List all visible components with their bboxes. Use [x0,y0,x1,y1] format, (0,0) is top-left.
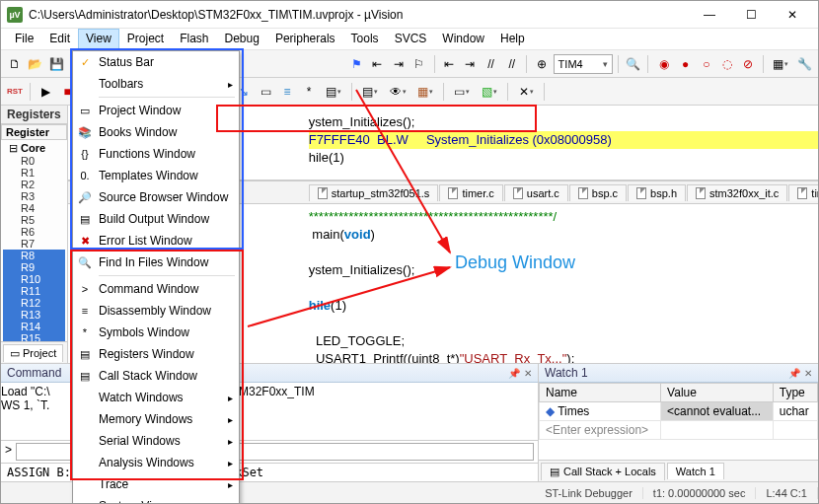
menu-flash[interactable]: Flash [172,29,216,49]
file-tab[interactable]: bsp.c [569,184,627,201]
register-r15[interactable]: R15 [3,332,65,341]
comment-icon[interactable]: // [482,54,500,74]
file-tab[interactable]: startup_stm32f051.s [309,184,439,201]
dd-disassembly-window[interactable]: ≡Disassembly Window [73,300,239,322]
symbols-window-icon[interactable]: * [299,82,319,102]
register-r13[interactable]: R13 [3,309,65,321]
uncomment-icon[interactable]: // [502,54,521,74]
dd-source-browser-window[interactable]: 🔎Source Browser Window [73,186,239,208]
breakpoint-disable-icon[interactable]: ◌ [717,54,736,74]
register-r6[interactable]: R6 [3,226,65,238]
tab-call-stack-locals[interactable]: ▤Call Stack + Locals [541,463,665,480]
indent-left-icon[interactable]: ⇤ [439,54,458,74]
dd-watch-windows[interactable]: Watch Windows▸ [73,387,239,408]
register-r10[interactable]: R10 [3,273,65,285]
register-r0[interactable]: R0 [3,155,65,167]
memory-window-icon[interactable]: ▦ [412,82,438,102]
menu-project[interactable]: Project [119,29,172,49]
indent-right-icon[interactable]: ⇥ [461,54,480,74]
register-r4[interactable]: R4 [3,202,65,214]
file-tab[interactable]: timer.c [439,184,502,201]
dd-serial-windows[interactable]: Serial Windows▸ [73,430,239,452]
register-node-core[interactable]: ⊟ Core [3,142,65,155]
run-icon[interactable]: ▶ [36,82,55,102]
register-r11[interactable]: R11 [3,285,65,297]
project-tab[interactable]: ▭Project [3,344,63,362]
menu-window[interactable]: Window [434,29,492,49]
bookmark-clear-icon[interactable]: ⚐ [410,54,428,74]
register-tree[interactable]: ⊟ Core R0 R1 R2 R3 R4 R5 R6 R7 R8 R9 R10… [1,140,67,341]
menu-edit[interactable]: Edit [41,29,78,49]
window-layout-icon[interactable]: ▦ [769,54,793,74]
register-r1[interactable]: R1 [3,167,65,179]
dd-symbols-window[interactable]: *Symbols Window [73,322,239,343]
dd-system-viewer[interactable]: System Viewer▸ [73,495,239,504]
watch-row[interactable]: ◆ Times <cannot evaluat... uchar [540,402,818,421]
file-tab[interactable]: timer.h [788,184,819,201]
watch-header-name[interactable]: Name [540,384,661,402]
dd-find-in-files-window[interactable]: 🔍Find In Files Window [73,252,239,273]
register-r7[interactable]: R7 [3,238,65,250]
menu-svcs[interactable]: SVCS [387,29,435,49]
dd-build-output-window[interactable]: ▤Build Output Window [73,208,239,230]
pick-icon[interactable]: ⊕ [532,54,551,74]
dd-analysis-windows[interactable]: Analysis Windows▸ [73,452,239,473]
breakpoint-kill-icon[interactable]: ⊘ [739,54,758,74]
bookmark-next-icon[interactable]: ⇥ [389,54,408,74]
config-icon[interactable]: 🔧 [795,54,814,74]
close-icon[interactable]: ✕ [804,368,812,379]
command-window-icon[interactable]: ▭ [256,82,275,102]
dd-functions-window[interactable]: {}Functions Window [73,143,239,165]
breakpoint-enable-icon[interactable]: ○ [697,54,715,74]
trace-window-icon[interactable]: ✕ [513,82,539,102]
registers-window-icon[interactable]: ▤ [321,82,346,102]
dd-call-stack-window[interactable]: ▤Call Stack Window [73,365,239,387]
register-r12[interactable]: R12 [3,297,65,309]
pin-icon[interactable]: 📌 [788,368,800,379]
target-combo[interactable]: TIM4 [554,54,613,74]
debug-start-icon[interactable]: ◉ [655,54,674,74]
breakpoint-insert-icon[interactable]: ● [676,54,695,74]
dd-toolbars[interactable]: Toolbars▸ [73,73,239,95]
register-r3[interactable]: R3 [3,190,65,202]
disasm-window-icon[interactable]: ≡ [277,82,297,102]
register-r5[interactable]: R5 [3,214,65,226]
pin-icon[interactable]: 📌 [508,368,520,379]
dd-trace[interactable]: Trace▸ [73,473,239,495]
tab-watch-1[interactable]: Watch 1 [667,463,724,479]
close-button[interactable]: ✕ [773,3,812,27]
register-r2[interactable]: R2 [3,179,65,190]
watch-row-new[interactable]: <Enter expression> [540,421,818,440]
dd-project-window[interactable]: ▭Project Window [73,100,239,121]
menu-help[interactable]: Help [492,29,533,49]
dd-status-bar[interactable]: ✓Status Bar [73,51,239,73]
maximize-button[interactable]: ☐ [731,3,771,27]
register-r9[interactable]: R9 [3,261,65,273]
menu-tools[interactable]: Tools [343,29,387,49]
watch-header-value[interactable]: Value [661,384,774,402]
minimize-button[interactable]: — [690,3,729,27]
file-tab[interactable]: bsp.h [628,184,686,201]
menu-debug[interactable]: Debug [217,29,267,49]
bookmark-prev-icon[interactable]: ⇤ [368,54,387,74]
flag-blue-icon[interactable]: ⚑ [347,54,366,74]
serial-window-icon[interactable]: ▭ [449,82,475,102]
watch-window-icon[interactable]: 👁 [385,82,410,102]
menu-view[interactable]: View [78,29,119,49]
callstack-window-icon[interactable]: ▤ [357,82,383,102]
new-file-icon[interactable]: 🗋 [5,54,24,74]
menu-file[interactable]: File [7,29,41,49]
dd-books-window[interactable]: 📚Books Window [73,121,239,143]
save-icon[interactable]: 💾 [46,54,65,74]
menu-peripherals[interactable]: Peripherals [267,29,343,49]
watch-table[interactable]: Name Value Type ◆ Times <cannot evaluat.… [539,383,818,440]
dd-registers-window[interactable]: ▤Registers Window [73,343,239,365]
reset-icon[interactable]: RST [5,82,25,102]
file-tab[interactable]: stm32f0xx_it.c [687,184,787,201]
dd-command-window[interactable]: >Command Window [73,278,239,300]
find-icon[interactable]: 🔍 [624,54,642,74]
open-file-icon[interactable]: 📂 [26,54,44,74]
analysis-window-icon[interactable]: ▧ [477,82,502,102]
register-r8[interactable]: R8 [3,250,65,261]
register-r14[interactable]: R14 [3,321,65,332]
